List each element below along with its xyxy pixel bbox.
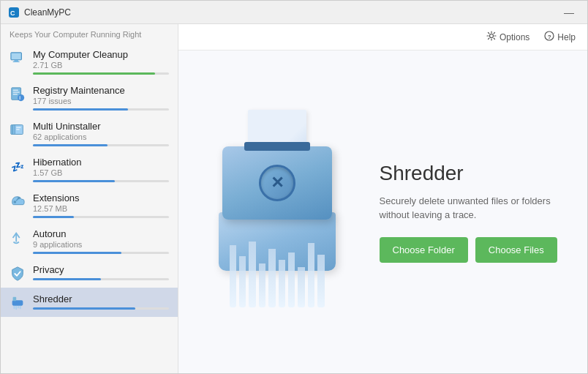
svg-text:?: ?: [548, 34, 551, 40]
main-content: Options ? Help ✕: [178, 24, 587, 373]
registry-icon: i: [10, 86, 27, 104]
strip-5: [268, 249, 275, 307]
sidebar-progress-computer: [33, 72, 169, 75]
app-icon: C: [8, 7, 20, 18]
sidebar-subtitle: Keeps Your Computer Running Right: [1, 24, 178, 43]
svg-rect-21: [12, 300, 23, 305]
sidebar-progress-bar-autorun: [33, 252, 121, 254]
sidebar-item-multi-uninstaller[interactable]: Multi Uninstaller 62 applications: [1, 115, 178, 151]
sidebar-label-computer: My Computer Cleanup: [33, 49, 169, 60]
svg-rect-24: [15, 306, 17, 310]
hibernation-icon: 💤: [10, 158, 27, 176]
shredder-action-buttons: Choose Folder Choose Files: [380, 237, 562, 263]
sidebar-sub-autorun: 9 applications: [33, 240, 169, 249]
strip-6: [279, 260, 285, 307]
shredder-description: Securely delete unwanted files or folder…: [380, 194, 562, 222]
strip-7: [288, 253, 295, 307]
svg-rect-8: [13, 91, 20, 92]
sidebar-progress-extensions: [33, 216, 169, 218]
sidebar-item-content-registry: Registry Maintenance 177 issues: [33, 85, 169, 111]
help-label: Help: [557, 32, 576, 42]
shredder-illustration: ✕: [204, 110, 350, 315]
svg-point-19: [18, 197, 20, 200]
sidebar-item-content-uninstaller: Multi Uninstaller 62 applications: [33, 121, 169, 146]
sidebar-progress-bar-extensions: [33, 216, 74, 218]
sidebar-progress-hibernation: [33, 180, 169, 182]
sidebar-item-registry-maintenance[interactable]: i Registry Maintenance 177 issues: [1, 79, 178, 115]
svg-rect-26: [20, 306, 21, 310]
sidebar-item-extensions[interactable]: Extensions 12.57 MB: [1, 187, 178, 222]
choose-files-button[interactable]: Choose Files: [475, 237, 557, 263]
sidebar-progress-registry: [33, 108, 169, 111]
sidebar-item-content-shredder: Shredder: [33, 293, 169, 310]
sidebar-item-content-privacy: Privacy: [33, 264, 169, 280]
shredder-main-body: ✕: [222, 146, 332, 220]
svg-rect-7: [13, 90, 18, 91]
sidebar-item-content-extensions: Extensions 12.57 MB: [33, 192, 169, 218]
sidebar-progress-bar-privacy: [33, 278, 101, 280]
sidebar-progress-shredder: [33, 307, 169, 310]
svg-rect-9: [13, 94, 18, 94]
svg-rect-4: [14, 60, 18, 61]
gear-icon: [486, 31, 497, 43]
sidebar-label-privacy: Privacy: [33, 264, 169, 275]
svg-rect-23: [14, 306, 15, 310]
shredder-x-circle: ✕: [259, 165, 295, 201]
autorun-icon: [10, 230, 27, 247]
app-container: Keeps Your Computer Running Right My Com…: [1, 24, 587, 373]
main-body: ✕: [178, 51, 587, 373]
sidebar-progress-privacy: [33, 278, 169, 280]
strip-8: [298, 267, 304, 307]
shredder-slot: [244, 142, 310, 151]
shredder-title: Shredder: [380, 162, 562, 185]
help-button[interactable]: ? Help: [541, 29, 578, 45]
sidebar-item-shredder[interactable]: Shredder: [1, 288, 178, 317]
shredder-icon: [10, 295, 27, 313]
svg-text:C: C: [10, 10, 15, 17]
svg-rect-15: [16, 127, 20, 127]
sidebar-sub-extensions: 12.57 MB: [33, 204, 169, 213]
strip-10: [317, 255, 324, 307]
sidebar-item-hibernation[interactable]: 💤 Hibernation 1.57 GB: [1, 151, 178, 187]
sidebar-progress-bar-registry: [33, 108, 128, 111]
sidebar-label-shredder: Shredder: [33, 293, 169, 304]
sidebar-progress-autorun: [33, 252, 169, 254]
options-button[interactable]: Options: [483, 29, 532, 45]
help-icon: ?: [544, 31, 554, 43]
sidebar-item-content-hibernation: Hibernation 1.57 GB: [33, 157, 169, 182]
sidebar-item-my-computer-cleanup[interactable]: My Computer Cleanup 2.71 GB: [1, 43, 178, 79]
svg-rect-22: [13, 297, 17, 302]
sidebar-sub-hibernation: 1.57 GB: [33, 168, 169, 177]
sidebar-item-content-computer: My Computer Cleanup 2.71 GB: [33, 49, 169, 75]
sidebar-progress-bar-shredder: [33, 307, 135, 310]
sidebar-progress-bar-uninstaller: [33, 144, 108, 146]
sidebar-sub-computer: 2.71 GB: [33, 61, 169, 70]
sidebar-item-content-autorun: Autorun 9 applications: [33, 228, 169, 254]
minimize-button[interactable]: —: [558, 7, 580, 18]
svg-text:i: i: [19, 95, 20, 100]
sidebar-label-hibernation: Hibernation: [33, 157, 169, 168]
strip-4: [259, 263, 265, 307]
strip-9: [308, 243, 314, 307]
sidebar-item-privacy[interactable]: Privacy: [1, 258, 178, 288]
svg-point-10: [18, 94, 24, 101]
strip-1: [230, 245, 236, 307]
shredder-section: ✕: [204, 110, 562, 315]
sidebar-label-uninstaller: Multi Uninstaller: [33, 121, 169, 132]
svg-point-18: [14, 201, 17, 203]
svg-text:💤: 💤: [11, 160, 25, 173]
main-header: Options ? Help: [178, 24, 587, 51]
sidebar-progress-bar-computer: [33, 72, 155, 75]
extensions-icon: [10, 194, 27, 212]
app-title: CleanMyPC: [24, 7, 558, 18]
sidebar-progress-uninstaller: [33, 144, 169, 146]
choose-folder-button[interactable]: Choose Folder: [380, 237, 468, 263]
options-label: Options: [500, 32, 529, 42]
title-bar: C CleanMyPC —: [1, 1, 587, 24]
shredder-strips: [230, 242, 325, 307]
svg-rect-25: [18, 306, 19, 309]
svg-rect-3: [12, 53, 21, 59]
sidebar-item-autorun[interactable]: Autorun 9 applications: [1, 222, 178, 258]
svg-point-27: [489, 34, 493, 38]
privacy-icon: [10, 266, 27, 283]
